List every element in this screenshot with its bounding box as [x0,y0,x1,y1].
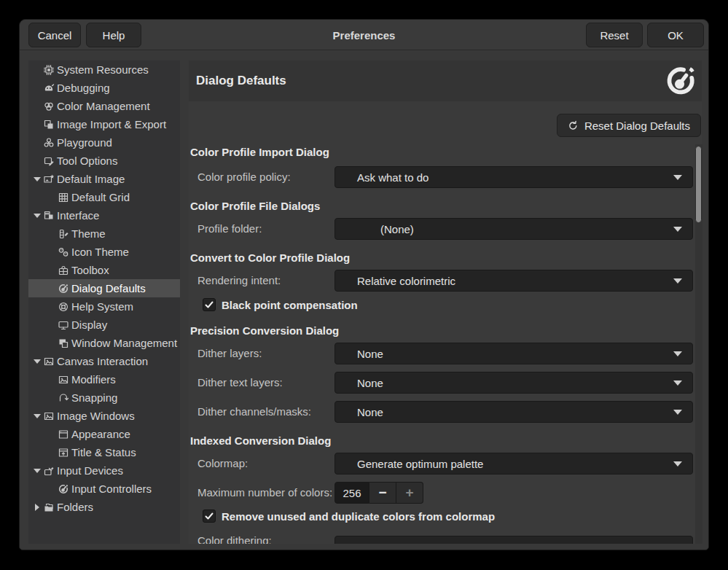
chevron-down-icon [673,410,682,415]
title-status-icon [58,447,69,458]
max-colors-spinner: 256 − + [334,482,423,504]
dither-channels-masks-dropdown[interactable]: None [334,401,693,423]
section-title-indexed-conversion: Indexed Conversion Dialog [190,434,331,448]
color-dithering-dropdown[interactable]: None [334,536,693,544]
dither-text-layers-dropdown[interactable]: None [334,372,693,394]
sidebar-item-label: Default Grid [71,191,130,203]
sidebar-item-image-windows[interactable]: Image Windows [28,407,180,425]
section-title-precision-conversion: Precision Conversion Dialog [190,324,339,337]
dropdown-value: None [357,348,673,360]
sidebar-item-label: Theme [71,227,106,240]
sidebar-item-image-import-export[interactable]: Image Import & Export [28,115,180,133]
sidebar-item-label: Help System [71,300,133,313]
sidebar-item-modifiers[interactable]: Modifiers [28,370,180,389]
sidebar-item-window-management[interactable]: Window Management [28,334,180,352]
max-colors-value[interactable]: 256 [334,482,369,504]
dropdown-value: None [357,377,673,389]
colormap-label: Colormap: [197,456,248,471]
dither-channels-masks-label: Dither channels/masks: [197,405,311,419]
sidebar-item-help-system[interactable]: Help System [28,297,180,316]
settings-scroll-area: Color Profile Import Dialog Color profil… [189,144,694,544]
black-point-compensation-checkbox[interactable] [203,298,216,311]
sidebar-item-title-status[interactable]: Title & Status [28,443,180,461]
sidebar-item-theme[interactable]: Theme [28,225,180,243]
section-title-color-profile-file: Color Profile File Dialogs [190,200,320,213]
sidebar-item-label: Toolbox [71,264,109,276]
sidebar-item-appearance[interactable]: Appearance [28,425,180,443]
sidebar-item-snapping[interactable]: Snapping [28,389,180,407]
sidebar-item-playground[interactable]: Playground [28,133,180,152]
expander-triangle[interactable] [31,214,43,218]
sidebar-item-label: Window Management [71,337,177,349]
sidebar-item-label: Dialog Defaults [71,282,146,294]
cancel-button[interactable]: Cancel [28,23,81,47]
sidebar-item-dialog-defaults[interactable]: Dialog Defaults [28,279,180,297]
tool-options-icon [43,155,55,167]
check-icon [205,512,214,520]
rendering-intent-dropdown[interactable]: Relative colorimetric [334,270,693,292]
dropdown-value: (None) [380,223,673,235]
sidebar-item-display[interactable]: Display [28,316,180,334]
black-point-compensation-label: Black point compensation [222,299,358,311]
check-icon [205,300,214,309]
sidebar-item-default-image[interactable]: Default Image [28,170,180,188]
snap-icon [58,392,69,404]
ok-button[interactable]: OK [647,23,704,47]
increment-button[interactable]: + [396,482,423,504]
scrollbar[interactable] [695,144,702,544]
color-profile-policy-dropdown[interactable]: Ask what to do [334,166,693,188]
sidebar-item-canvas-interaction[interactable]: Canvas Interaction [28,352,180,370]
decrement-button[interactable]: − [369,482,396,504]
expander-triangle[interactable] [31,359,43,364]
reset-dialog-defaults-button[interactable]: Reset Dialog Defaults [557,114,701,137]
sidebar-item-label: Display [71,319,107,331]
colormap-dropdown[interactable]: Generate optimum palette [334,453,693,475]
expander-triangle[interactable] [31,469,43,473]
sidebar-item-label: Playground [57,136,112,149]
scrollbar-thumb[interactable] [695,146,702,223]
reset-button[interactable]: Reset [586,23,643,47]
expander-triangle[interactable] [31,414,43,418]
sidebar-item-label: Snapping [71,391,117,404]
expander-triangle[interactable] [31,504,43,511]
lifebuoy-icon [58,301,69,313]
windows-icon [58,337,69,349]
sidebar-item-label: Folders [57,501,93,513]
dither-layers-dropdown[interactable]: None [334,343,693,364]
sidebar-item-color-management[interactable]: Color Management [28,97,180,115]
sidebar-item-label: Modifiers [71,373,116,386]
sidebar-item-folders[interactable]: Folders [28,498,180,516]
sidebar-item-label: Appearance [71,428,130,440]
sidebar-item-tool-options[interactable]: Tool Options [28,152,180,170]
sidebar-item-input-devices[interactable]: Input Devices [28,461,180,480]
dropdown-value: None [357,406,673,418]
appearance-icon [58,429,69,440]
toolbox-icon [58,265,69,276]
sidebar-item-label: Default Image [57,173,125,185]
sidebar-item-input-controllers[interactable]: Input Controllers [28,480,180,498]
sidebar-item-interface[interactable]: Interface [28,206,180,225]
sidebar-item-label: Color Management [57,100,150,112]
sidebar-item-debugging[interactable]: Debugging [28,79,180,97]
sidebar-item-label: Icon Theme [71,246,129,258]
sidebar-item-label: Image Import & Export [57,118,166,130]
remove-unused-colors-label: Remove unused and duplicate colors from … [222,510,495,523]
profile-folder-dropdown[interactable]: (None) [334,218,693,240]
remove-unused-colors-checkbox[interactable] [203,510,216,523]
page-header: Dialog Defaults [189,60,702,101]
sidebar-item-system-resources[interactable]: System Resources [28,60,180,79]
section-title-convert-to-color-profile: Convert to Color Profile Dialog [190,251,350,265]
dither-text-layers-label: Dither text layers: [197,375,283,390]
sidebar-item-toolbox[interactable]: Toolbox [28,261,180,279]
expander-triangle[interactable] [31,177,43,181]
monitor-icon [58,319,69,331]
dither-layers-label: Dither layers: [197,346,262,361]
sidebar-item-default-grid[interactable]: Default Grid [28,188,180,206]
sidebar-item-icon-theme[interactable]: Icon Theme [28,243,180,261]
icon-theme-icon [58,246,69,258]
chevron-down-icon [673,175,682,180]
gauge-icon [58,483,69,495]
chevron-down-icon [34,414,41,418]
help-button[interactable]: Help [86,23,141,47]
black-point-compensation-row: Black point compensation [203,298,358,311]
